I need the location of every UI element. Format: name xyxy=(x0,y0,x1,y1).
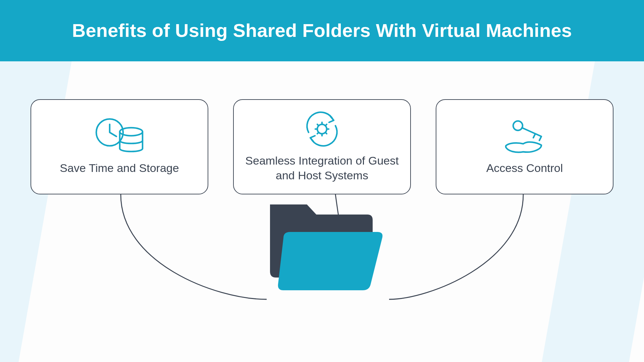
key-hand-icon xyxy=(498,116,551,157)
benefit-card-integration: Seamless Integration of Guest and Host S… xyxy=(233,99,411,194)
diagram-stage: Benefits of Using Shared Folders With Vi… xyxy=(0,0,644,362)
diagram-body: Save Time and Storage xyxy=(0,61,644,356)
benefit-cards-row: Save Time and Storage xyxy=(0,99,644,194)
svg-point-3 xyxy=(513,121,523,130)
clock-storage-icon xyxy=(91,116,148,157)
benefit-card-access-control: Access Control xyxy=(436,99,613,194)
sync-gear-icon xyxy=(300,109,344,149)
folder-icon xyxy=(260,194,384,295)
benefit-card-label: Seamless Integration of Guest and Host S… xyxy=(244,153,400,183)
benefit-card-time-storage: Save Time and Storage xyxy=(31,99,208,194)
benefit-card-label: Save Time and Storage xyxy=(60,161,179,175)
benefit-card-label: Access Control xyxy=(486,161,563,175)
title-bar: Benefits of Using Shared Folders With Vi… xyxy=(0,0,644,61)
page-title: Benefits of Using Shared Folders With Vi… xyxy=(0,19,644,41)
